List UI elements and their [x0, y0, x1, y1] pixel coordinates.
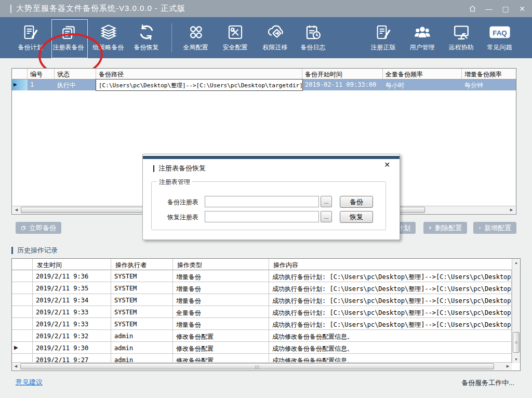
history-vertical-scrollbar[interactable]: ▲ ≡ ▼ — [512, 259, 520, 363]
toolbar-button-backup-plan[interactable]: 备份计划 — [11, 17, 49, 58]
history-row-selector — [12, 270, 33, 282]
history-cell-content[interactable]: 成功修改备份备份配置信息。 — [269, 330, 512, 342]
remote-assist-icon — [453, 23, 470, 42]
history-cell-content[interactable]: 成功执行备份计划: [C:\Users\pc\Desktop\整理]-->[C:… — [269, 294, 512, 306]
history-cell-type[interactable]: 全量备份 — [173, 306, 269, 318]
plans-cell-full-freq[interactable]: 每小时 — [383, 79, 462, 90]
restore-registry-label: 恢复注册表 — [167, 213, 198, 222]
toolbar-button-register-genuine[interactable]: 注册正版 — [364, 17, 402, 58]
history-horizontal-scrollbar[interactable]: ◀ ||| ▶ — [12, 362, 512, 370]
history-header-type[interactable]: 操作类型 — [173, 259, 269, 270]
history-header-selector — [12, 259, 33, 270]
plans-cell-start-time[interactable]: 2019-02-11 09:33:00 — [302, 79, 383, 90]
history-cell-content[interactable]: 成功执行备份计划: [C:\Users\pc\Desktop\整理]-->[C:… — [269, 306, 512, 318]
group-policy-backup-icon — [100, 23, 117, 42]
history-cell-content[interactable]: 成功修改备份备份配置信息。 — [269, 342, 512, 354]
history-cell-actor[interactable]: SYSTEM — [111, 282, 173, 294]
plans-header-full-freq[interactable]: 全量备份频率 — [383, 69, 462, 79]
plans-header-start-time[interactable]: 备份开始时间 — [302, 69, 383, 79]
history-cell-actor[interactable]: SYSTEM — [111, 318, 173, 330]
toolbar-button-registry-backup[interactable]: 注册表备份 — [49, 17, 87, 58]
history-row[interactable]: ▶2019/2/11 9:30admin修改备份配置成功修改备份备份配置信息。 — [12, 342, 512, 354]
history-cell-actor[interactable]: admin — [111, 330, 173, 342]
history-row[interactable]: 2019/2/11 9:32admin修改备份配置成功修改备份备份配置信息。 — [12, 330, 512, 342]
history-header-content[interactable]: 操作内容 — [269, 259, 512, 270]
plans-header-path[interactable]: 备份路径 — [96, 69, 302, 79]
toolbar-label: 常见问题 — [487, 43, 512, 52]
history-row[interactable]: 2019/2/11 9:33SYSTEM全量备份成功执行备份计划: [C:\Us… — [12, 306, 512, 318]
plans-cell-id[interactable]: 1 — [28, 79, 55, 90]
history-cell-content[interactable]: 成功执行备份计划: [C:\Users\pc\Desktop\整理]-->[C:… — [269, 318, 512, 330]
history-cell-time[interactable]: 2019/2/11 9:33 — [33, 306, 111, 318]
plans-cell-status[interactable]: 执行中 — [55, 79, 96, 90]
close-button[interactable]: ✕ — [517, 4, 527, 14]
history-header-actor[interactable]: 操作执行者 — [111, 259, 173, 270]
history-row[interactable]: 2019/2/11 9:36SYSTEM增量备份成功执行备份计划: [C:\Us… — [12, 270, 512, 282]
history-cell-time[interactable]: 2019/2/11 9:34 — [33, 294, 111, 306]
toolbar-button-global-config[interactable]: 全局配置 — [177, 17, 215, 58]
plans-table-row[interactable]: ▶ 1 执行中 [C:\Users\pc\Desktop\整理]-->[C:\U… — [12, 79, 516, 90]
backup-registry-browse-button[interactable]: ... — [321, 196, 332, 207]
backup-button[interactable]: 备份 — [340, 196, 373, 208]
toolbar-button-backup-log[interactable]: 备份日志 — [294, 17, 332, 58]
history-cell-type[interactable]: 增量备份 — [173, 294, 269, 306]
history-cell-type[interactable]: 增量备份 — [173, 270, 269, 282]
history-cell-actor[interactable]: SYSTEM — [111, 294, 173, 306]
toolbar-button-faq[interactable]: FAQ 常见问题 — [481, 17, 518, 58]
maximize-button[interactable]: ▢ — [501, 4, 510, 14]
plans-header-incr-freq[interactable]: 增量备份频率 — [462, 69, 516, 79]
toolbar-button-backup-restore[interactable]: 备份恢复 — [127, 17, 165, 58]
add-config-button[interactable]: 新增配置 — [473, 222, 516, 234]
history-row-selector — [12, 318, 33, 330]
history-cell-time[interactable]: 2019/2/11 9:36 — [33, 270, 111, 282]
toolbar-button-user-management[interactable]: 用户管理 — [403, 17, 441, 58]
scroll-up-icon[interactable]: ▲ — [512, 259, 520, 267]
scroll-left-icon[interactable]: ◀ — [12, 206, 20, 214]
minimize-button[interactable]: — — [484, 4, 494, 14]
history-cell-time[interactable]: 2019/2/11 9:33 — [33, 318, 111, 330]
scroll-right-icon[interactable]: ▶ — [508, 206, 515, 214]
history-cell-actor[interactable]: SYSTEM — [111, 270, 173, 282]
scroll-down-icon[interactable]: ▼ — [512, 355, 520, 363]
dialog-close-icon[interactable]: ✕ — [384, 161, 390, 169]
history-table: 发生时间 操作执行者 操作类型 操作内容 2019/2/11 9:36SYSTE… — [11, 258, 521, 371]
toolbar-button-remote-assist[interactable]: 远程协助 — [442, 17, 480, 58]
feedback-link[interactable]: 意见建议 — [16, 378, 43, 387]
toolbar-button-group-policy-backup[interactable]: 组策略备份 — [89, 17, 127, 58]
global-config-icon — [188, 23, 204, 42]
history-row[interactable]: 2019/2/11 9:35SYSTEM增量备份成功执行备份计划: [C:\Us… — [12, 282, 512, 294]
scroll-right-icon[interactable]: ▶ — [504, 363, 512, 370]
history-cell-type[interactable]: 增量备份 — [173, 318, 269, 330]
faq-icon: FAQ — [489, 23, 511, 42]
toolbar-label: 注册正版 — [371, 43, 396, 52]
history-cell-type[interactable]: 增量备份 — [173, 282, 269, 294]
history-row[interactable]: 2019/2/11 9:33SYSTEM增量备份成功执行备份计划: [C:\Us… — [12, 318, 512, 330]
plans-cell-path[interactable]: [C:\Users\pc\Desktop\整理]-->[C:\Users\pc\… — [96, 79, 302, 90]
plans-cell-incr-freq[interactable]: 每分钟 — [462, 79, 516, 90]
plans-header-id[interactable]: 编号 — [28, 69, 55, 79]
history-cell-time[interactable]: 2019/2/11 9:30 — [33, 342, 111, 354]
home-icon[interactable] — [468, 4, 477, 14]
history-cell-actor[interactable]: admin — [111, 342, 173, 354]
restore-button[interactable]: 恢复 — [340, 211, 373, 223]
history-header-time[interactable]: 发生时间 — [33, 259, 111, 270]
history-cell-type[interactable]: 修改备份配置 — [173, 330, 269, 342]
scroll-left-icon[interactable]: ◀ — [12, 363, 20, 370]
toolbar-button-permission-migrate[interactable]: 权限迁移 — [256, 17, 294, 58]
history-cell-time[interactable]: 2019/2/11 9:35 — [33, 282, 111, 294]
history-cell-time[interactable]: 2019/2/11 9:32 — [33, 330, 111, 342]
history-row[interactable]: 2019/2/11 9:34SYSTEM增量备份成功执行备份计划: [C:\Us… — [12, 294, 512, 306]
history-cell-content[interactable]: 成功执行备份计划: [C:\Users\pc\Desktop\整理]-->[C:… — [269, 282, 512, 294]
backup-registry-input[interactable] — [205, 196, 319, 207]
restore-registry-browse-button[interactable]: ... — [321, 211, 332, 222]
history-vscroll-thumb[interactable]: ≡ — [513, 332, 520, 353]
toolbar-button-security-config[interactable]: 安全配置 — [216, 17, 254, 58]
history-cell-content[interactable]: 成功执行备份计划: [C:\Users\pc\Desktop\整理]-->[C:… — [269, 270, 512, 282]
delete-config-button[interactable]: 删除配置 — [423, 222, 467, 234]
history-hscroll-thumb[interactable]: ||| — [20, 363, 494, 369]
restore-registry-input[interactable] — [205, 211, 319, 222]
backup-now-button[interactable]: 立即备份 — [16, 222, 61, 234]
plans-header-status[interactable]: 状态 — [55, 69, 96, 79]
history-cell-actor[interactable]: SYSTEM — [111, 306, 173, 318]
history-cell-type[interactable]: 修改备份配置 — [173, 342, 269, 354]
